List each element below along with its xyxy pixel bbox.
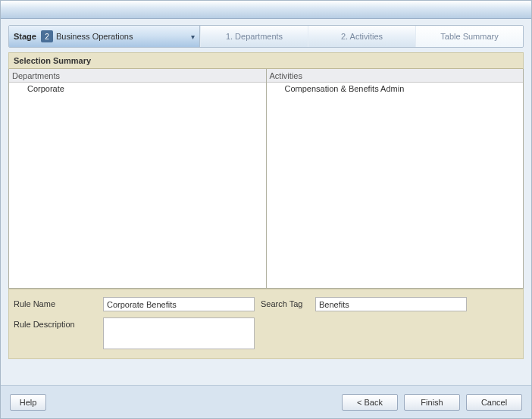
rule-name-row: Rule Name Search Tag xyxy=(14,297,518,311)
tab-activities[interactable]: 2. Activities xyxy=(308,26,415,47)
titlebar xyxy=(1,1,531,19)
activities-header: Activities xyxy=(267,69,524,83)
search-tag-label: Search Tag xyxy=(255,297,315,308)
wizard-window: Stage 2 Business Operations ▾ 1. Departm… xyxy=(0,0,532,419)
stage-selector[interactable]: Stage 2 Business Operations ▾ xyxy=(9,26,200,47)
tab-departments[interactable]: 1. Departments xyxy=(200,26,308,47)
footer: Help < Back Finish Cancel xyxy=(1,385,531,418)
stage-number-badge: 2 xyxy=(41,30,53,42)
tab-label: 2. Activities xyxy=(341,32,383,41)
search-tag-input[interactable] xyxy=(315,297,467,311)
stage-tabbar: Stage 2 Business Operations ▾ 1. Departm… xyxy=(8,25,524,48)
cancel-button[interactable]: Cancel xyxy=(466,394,522,411)
rule-desc-row: Rule Description xyxy=(14,317,518,349)
tab-table-summary[interactable]: Table Summary xyxy=(415,26,523,47)
departments-header: Departments xyxy=(9,69,266,83)
finish-button[interactable]: Finish xyxy=(404,394,460,411)
activities-column: Activities Compensation & Benefits Admin xyxy=(267,69,524,289)
content-area: Stage 2 Business Operations ▾ 1. Departm… xyxy=(1,19,531,385)
rule-name-label: Rule Name xyxy=(14,297,103,308)
back-button[interactable]: < Back xyxy=(342,394,398,411)
section-title: Selection Summary xyxy=(8,52,524,69)
help-button[interactable]: Help xyxy=(10,394,46,411)
rule-desc-label: Rule Description xyxy=(14,317,103,329)
tab-label: Table Summary xyxy=(440,32,498,41)
stage-dropdown[interactable]: Business Operations xyxy=(56,29,195,44)
selection-grid: Departments Corporate Activities Compens… xyxy=(8,69,524,289)
form-area: Rule Name Search Tag Rule Description xyxy=(8,289,524,359)
stage-label: Stage xyxy=(14,32,36,41)
list-item[interactable]: Corporate xyxy=(9,83,266,95)
rule-name-input[interactable] xyxy=(103,297,255,311)
departments-list[interactable]: Corporate xyxy=(9,83,266,289)
departments-column: Departments Corporate xyxy=(9,69,267,289)
list-item[interactable]: Compensation & Benefits Admin xyxy=(267,83,524,95)
tab-label: 1. Departments xyxy=(226,32,283,41)
activities-list[interactable]: Compensation & Benefits Admin xyxy=(267,83,524,289)
rule-description-input[interactable] xyxy=(103,317,255,349)
